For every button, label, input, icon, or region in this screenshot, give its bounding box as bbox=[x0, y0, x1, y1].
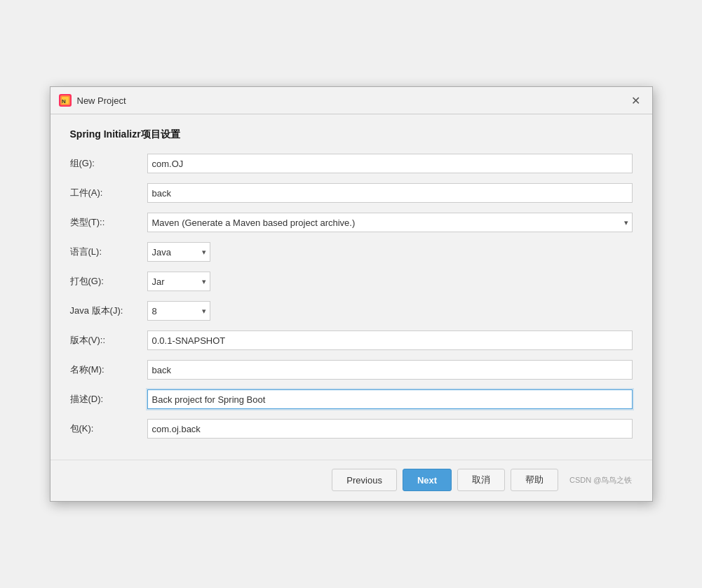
label-description-field: 描述(D): bbox=[70, 393, 147, 406]
dialog-footer: Previous Next 取消 帮助 CSDN @鸟鸟之铁 bbox=[50, 460, 652, 501]
control-version-field bbox=[147, 330, 633, 350]
label-language-field: 语言(L): bbox=[70, 246, 147, 258]
form-row-java-version-field: Java 版本(J):8111721 bbox=[70, 301, 633, 321]
form-row-version-field: 版本(V):: bbox=[70, 330, 633, 350]
label-version-field: 版本(V):: bbox=[70, 334, 147, 347]
form-container: 组(G):工件(A):类型(T)::Maven (Generate a Mave… bbox=[70, 154, 633, 439]
control-description-field bbox=[147, 389, 633, 409]
label-type-field: 类型(T):: bbox=[70, 216, 147, 229]
label-artifact-field: 工件(A): bbox=[70, 187, 147, 199]
form-row-language-field: 语言(L):JavaKotlinGroovy bbox=[70, 242, 633, 262]
control-package-field bbox=[147, 419, 633, 439]
wrapper-java-version-field: 8111721 bbox=[147, 301, 210, 321]
type-field[interactable]: Maven (Generate a Maven based project ar… bbox=[147, 213, 633, 232]
cancel-button[interactable]: 取消 bbox=[457, 469, 505, 491]
control-artifact-field bbox=[147, 183, 633, 203]
control-name-field bbox=[147, 360, 633, 380]
form-row-group-field: 组(G): bbox=[70, 154, 633, 173]
wrapper-language-field: JavaKotlinGroovy bbox=[147, 242, 210, 262]
control-language-field: JavaKotlinGroovy bbox=[147, 242, 633, 262]
form-row-artifact-field: 工件(A): bbox=[70, 183, 633, 203]
form-row-type-field: 类型(T)::Maven (Generate a Maven based pro… bbox=[70, 213, 633, 232]
control-group-field bbox=[147, 154, 633, 173]
form-row-name-field: 名称(M): bbox=[70, 360, 633, 380]
idea-icon: N bbox=[59, 94, 72, 107]
watermark: CSDN @鸟鸟之铁 bbox=[569, 475, 632, 486]
artifact-field[interactable] bbox=[147, 183, 633, 203]
section-title: Spring Initializr项目设置 bbox=[70, 128, 633, 141]
svg-text:N: N bbox=[62, 98, 66, 105]
version-field[interactable] bbox=[147, 330, 633, 350]
title-bar: N New Project ✕ bbox=[50, 87, 652, 114]
control-packaging-field: JarWar bbox=[147, 272, 633, 291]
name-field[interactable] bbox=[147, 360, 633, 380]
label-packaging-field: 打包(G): bbox=[70, 275, 147, 288]
previous-button[interactable]: Previous bbox=[332, 469, 397, 491]
form-row-description-field: 描述(D): bbox=[70, 389, 633, 409]
wrapper-type-field: Maven (Generate a Maven based project ar… bbox=[147, 213, 633, 232]
close-button[interactable]: ✕ bbox=[628, 93, 644, 108]
form-row-packaging-field: 打包(G):JarWar bbox=[70, 272, 633, 291]
language-field[interactable]: JavaKotlinGroovy bbox=[147, 242, 210, 262]
title-bar-left: N New Project bbox=[59, 94, 126, 107]
package-field[interactable] bbox=[147, 419, 633, 439]
java-version-field[interactable]: 8111721 bbox=[147, 301, 210, 321]
form-row-package-field: 包(K): bbox=[70, 419, 633, 439]
group-field[interactable] bbox=[147, 154, 633, 173]
label-name-field: 名称(M): bbox=[70, 363, 147, 376]
new-project-dialog: N New Project ✕ Spring Initializr项目设置 组(… bbox=[50, 86, 653, 502]
wrapper-packaging-field: JarWar bbox=[147, 272, 210, 291]
dialog-body: Spring Initializr项目设置 组(G):工件(A):类型(T)::… bbox=[50, 114, 652, 460]
label-java-version-field: Java 版本(J): bbox=[70, 305, 147, 317]
next-button[interactable]: Next bbox=[403, 469, 452, 491]
help-button[interactable]: 帮助 bbox=[511, 469, 558, 491]
label-group-field: 组(G): bbox=[70, 157, 147, 170]
packaging-field[interactable]: JarWar bbox=[147, 272, 210, 291]
control-type-field: Maven (Generate a Maven based project ar… bbox=[147, 213, 633, 232]
control-java-version-field: 8111721 bbox=[147, 301, 633, 321]
label-package-field: 包(K): bbox=[70, 422, 147, 435]
window-title: New Project bbox=[77, 95, 126, 106]
description-field[interactable] bbox=[147, 389, 633, 409]
